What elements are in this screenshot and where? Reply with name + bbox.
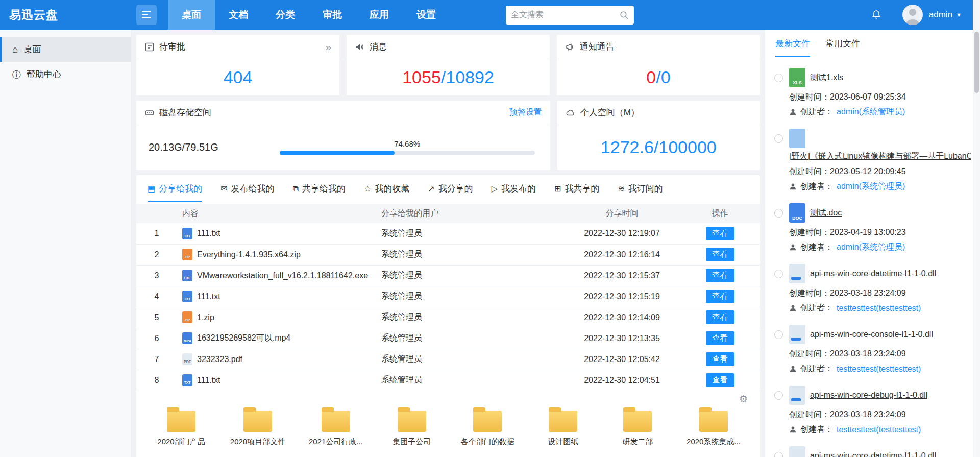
file-link[interactable]: [野火]《嵌入式Linux镜像构建与部署—基于LubanCat- (789, 151, 971, 162)
app: 易迅云盘 桌面 文档 分类 审批 应用 设置 admin 桌面 帮助中心 (0, 0, 980, 457)
sidebar-item[interactable]: 桌面 (0, 37, 131, 62)
file-link[interactable]: api-ms-win-core-datetime-l1-1-0.dll (810, 269, 936, 278)
share-tab[interactable]: ⧉ 共享给我的 (293, 183, 346, 202)
table-row[interactable]: 4 txt 111.txt 系统管理员 2022-12-30 12:15:19 … (136, 286, 760, 307)
table-row[interactable]: 2 zip Everything-1.4.1.935.x64.zip 系统管理员… (136, 244, 760, 265)
file-link[interactable]: 测试.doc (810, 208, 842, 219)
file-name[interactable]: 1.zip (197, 313, 214, 322)
folder-item[interactable]: 2020系统集成... (687, 411, 741, 447)
file-link[interactable]: 测试1.xls (810, 73, 843, 83)
folder-item[interactable]: 2020部门产品 (156, 411, 207, 447)
file-name[interactable]: 3232323.pdf (197, 355, 242, 364)
radio-circle[interactable] (774, 330, 783, 339)
radio-circle[interactable] (774, 391, 783, 400)
file-list-item[interactable]: dll api-ms-win-core-debug-l1-1-0.dll 创建时… (772, 379, 973, 440)
file-list-item[interactable]: doc 测试.doc 创建时间：2023-04-19 13:00:23 创建者：… (772, 197, 973, 258)
folder-item[interactable]: 各个部门的数据 (461, 411, 514, 447)
share-tab[interactable]: ▤ 分享给我的 (148, 183, 202, 202)
share-tab[interactable]: ☆ 我的收藏 (364, 183, 409, 202)
sidebar-toggle-button[interactable] (136, 5, 157, 25)
creator-link[interactable]: admin(系统管理员) (837, 107, 905, 117)
scrollbar[interactable] (973, 0, 980, 457)
file-name[interactable]: Everything-1.4.1.935.x64.zip (197, 250, 301, 259)
table-row[interactable]: 7 pdf 3232323.pdf 系统管理员 2022-12-30 12:05… (136, 349, 760, 370)
messages-unread[interactable]: 1055 (402, 67, 441, 87)
view-button[interactable]: 查看 (706, 269, 734, 282)
table-row[interactable]: 6 mp4 1632195269582可以.mp4 系统管理员 2022-12-… (136, 328, 760, 349)
folder-label: 研发二部 (622, 437, 653, 447)
sidebar-item[interactable]: 帮助中心 (0, 62, 131, 87)
radio-circle[interactable] (774, 134, 783, 143)
file-list-item[interactable]: file [野火]《嵌入式Linux镜像构建与部署—基于LubanCat- 创建… (772, 123, 973, 197)
pending-count[interactable]: 404 (224, 67, 253, 87)
file-link[interactable]: api-ms-win-core-console-l1-1-0.dll (810, 330, 933, 339)
file-icon: file (789, 129, 805, 148)
file-name[interactable]: VMwareworkstation_full_v16.2.1.18811642.… (197, 271, 368, 280)
file-name[interactable]: 1632195269582可以.mp4 (197, 333, 290, 344)
right-panel-tab[interactable]: 常用文件 (825, 38, 860, 57)
avatar[interactable] (902, 5, 923, 25)
radio-circle[interactable] (774, 209, 783, 218)
radio-circle[interactable] (774, 452, 783, 457)
top-nav-item[interactable]: 设置 (403, 0, 450, 30)
folder-item[interactable]: 2021公司行政... (309, 411, 363, 447)
file-list-item[interactable]: dll api-ms-win-core-datetime-l1-1-0.dll … (772, 258, 973, 319)
notifications-bell-icon[interactable] (871, 9, 882, 20)
share-tab[interactable]: ✉ 发布给我的 (220, 183, 274, 202)
view-button[interactable]: 查看 (706, 352, 734, 366)
creator-link[interactable]: testtesttest(testtesttest) (837, 425, 921, 435)
top-nav-item[interactable]: 应用 (356, 0, 403, 30)
share-tab[interactable]: ▷ 我发布的 (492, 183, 536, 202)
personal-space-value[interactable]: 1272.6/100000 (601, 137, 717, 157)
file-list-item[interactable]: dll api-ms-win-core-datetime-l1-1-0.dll … (772, 440, 973, 457)
share-table: 内容 分享给我的用户 分享时间 操作 1 txt 111.txt 系统管理员 2… (136, 204, 760, 391)
username[interactable]: admin (929, 10, 952, 20)
share-tab[interactable]: ↗ 我分享的 (428, 183, 473, 202)
file-name[interactable]: 111.txt (197, 229, 220, 238)
creator-link[interactable]: testtesttest(testtesttest) (837, 365, 921, 374)
double-chevron-icon[interactable] (325, 41, 331, 52)
file-name[interactable]: 111.txt (197, 376, 220, 385)
table-row[interactable]: 3 exe VMwareworkstation_full_v16.2.1.188… (136, 265, 760, 286)
messages-total[interactable]: /10892 (441, 67, 494, 87)
chevron-down-icon[interactable] (956, 12, 962, 18)
radio-circle[interactable] (774, 270, 783, 278)
share-tab-label: 我发布的 (501, 183, 536, 195)
creator-link[interactable]: testtesttest(testtesttest) (837, 304, 921, 313)
view-button[interactable]: 查看 (706, 248, 734, 261)
search-input[interactable] (511, 10, 619, 19)
notices-total[interactable]: /0 (656, 67, 670, 87)
folder-item[interactable]: 设计图纸 (537, 411, 589, 447)
table-row[interactable]: 8 txt 111.txt 系统管理员 2022-12-30 12:04:51 … (136, 370, 760, 391)
scrollbar-thumb[interactable] (974, 32, 979, 93)
view-button[interactable]: 查看 (706, 331, 734, 345)
folder-item[interactable]: 2020项目部文件 (230, 411, 285, 447)
top-nav-item[interactable]: 桌面 (168, 0, 215, 30)
table-row[interactable]: 1 txt 111.txt 系统管理员 2022-12-30 12:19:07 … (136, 223, 760, 244)
notices-unread[interactable]: 0 (646, 67, 656, 87)
top-nav-item[interactable]: 文档 (215, 0, 262, 30)
storage-warning-settings-link[interactable]: 预警设置 (509, 107, 542, 118)
search-icon[interactable] (619, 10, 629, 20)
view-button[interactable]: 查看 (706, 373, 734, 387)
top-nav-item[interactable]: 分类 (262, 0, 309, 30)
file-link[interactable]: api-ms-win-core-debug-l1-1-0.dll (810, 391, 927, 400)
file-name[interactable]: 111.txt (197, 292, 220, 301)
file-list-item[interactable]: dll api-ms-win-core-console-l1-1-0.dll 创… (772, 319, 973, 379)
top-nav-item[interactable]: 审批 (309, 0, 356, 30)
right-panel-tab[interactable]: 最新文件 (775, 38, 810, 57)
share-tab[interactable]: ≋ 我订阅的 (618, 183, 663, 202)
view-button[interactable]: 查看 (706, 290, 734, 303)
file-link[interactable]: api-ms-win-core-datetime-l1-1-0.dll (810, 451, 936, 457)
gear-icon[interactable] (739, 394, 748, 404)
share-tab[interactable]: ⊞ 我共享的 (554, 183, 599, 202)
table-row[interactable]: 5 zip 1.zip 系统管理员 2022-12-30 12:14:09 查看 (136, 307, 760, 328)
folder-item[interactable]: 集团子公司 (386, 411, 437, 447)
radio-circle[interactable] (774, 74, 783, 82)
file-list-item[interactable]: xls 测试1.xls 创建时间：2023-06-07 09:25:34 创建者… (772, 62, 973, 123)
folder-item[interactable]: 研发二部 (612, 411, 663, 447)
creator-link[interactable]: admin(系统管理员) (837, 181, 905, 192)
creator-link[interactable]: admin(系统管理员) (837, 242, 905, 253)
view-button[interactable]: 查看 (706, 310, 734, 324)
view-button[interactable]: 查看 (706, 227, 734, 240)
